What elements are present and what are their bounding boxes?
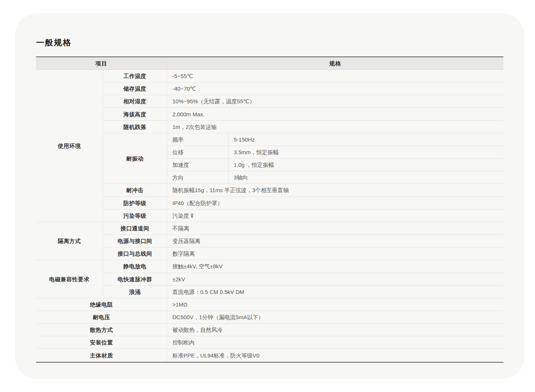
row-label: 接口通道间 [103,222,167,235]
row-value: 随机振幅15g，11ms 半正弦波，3个相互垂直轴 [167,184,503,197]
row-value: >1MΩ [167,298,503,311]
row-label-vibration: 耐振动 [103,133,167,184]
subrow-label: 方向 [167,171,228,184]
row-label: 防护等级 [103,197,167,210]
subrow-value: 3轴向 [228,171,503,184]
subrow-value: 3.5mm，恒定振幅 [228,146,503,159]
subrow-label: 加速度 [167,159,228,171]
row-label: 电快速脉冲群 [103,273,167,286]
row-label: 工作温度 [103,70,167,82]
subrow-value: 1.0g ，恒定振幅 [228,159,503,171]
row-value: -40~70℃ [167,82,503,95]
row-label: 主体材质 [36,349,167,362]
row-value: IP40（配合防护罩） [167,197,503,210]
row-value: 标准PPE，UL94标准，防火等级V0 [167,349,503,362]
row-label: 储存温度 [103,82,167,95]
row-value: 1m，2次包装运输 [167,121,503,133]
spec-table: 项目 规格 使用环境 工作温度 -5~55℃ 储存温度 -40~70℃ 相对湿度… [36,56,503,363]
row-value: 不隔离 [167,222,503,235]
group-label-emc: 电磁兼容性要求 [36,260,103,298]
row-label: 静电放电 [103,260,167,273]
row-label: 污染等级 [103,210,167,222]
page-title: 一般规格 [36,37,72,48]
row-label: 相对湿度 [103,95,167,108]
row-label: 散热方式 [36,324,167,336]
row-label: 绝缘电阻 [36,298,167,311]
row-value: DC500V，1分钟（漏电流5mA以下） [167,311,503,324]
group-label-isolation: 隔离方式 [36,222,103,260]
row-label: 耐冲击 [103,184,167,197]
table-header-spec: 规格 [167,57,503,70]
row-value: 接触±4kV, 空气±8kV [167,260,503,273]
row-value: 10%~95%（无结露，温度55℃） [167,95,503,108]
subrow-label: 频率 [167,133,228,146]
row-label: 电源与接口间 [103,235,167,247]
row-label: 耐电压 [36,311,167,324]
row-value: ±2kV [167,273,503,286]
row-value: 2,000m Max. [167,108,503,120]
row-value: 直流电源：0.5 CM 0.5kV DM [167,286,503,298]
group-label-environment: 使用环境 [36,70,103,222]
row-value: 被动散热，自然风冷 [167,324,503,336]
row-label: 浪涌 [103,286,167,298]
row-label: 接口与总线间 [103,247,167,260]
content-card: 一般规格 项目 规格 使用环境 工作温度 -5~55℃ 储存温度 -40~70℃… [15,13,525,379]
row-value: -5~55℃ [167,70,503,82]
row-value: 控制柜内 [167,336,503,349]
row-value: 变压器隔离 [167,235,503,247]
row-value: 污染度 Ⅱ [167,210,503,222]
row-label: 海拔高度 [103,108,167,120]
table-header-item: 项目 [36,57,167,70]
page: 一般规格 项目 规格 使用环境 工作温度 -5~55℃ 储存温度 -40~70℃… [0,0,535,392]
subrow-label: 位移 [167,146,228,159]
subrow-value: 5-150Hz [228,133,503,146]
row-label: 随机跌落 [103,121,167,133]
row-label: 安装位置 [36,336,167,349]
row-value: 数字隔离 [167,247,503,260]
